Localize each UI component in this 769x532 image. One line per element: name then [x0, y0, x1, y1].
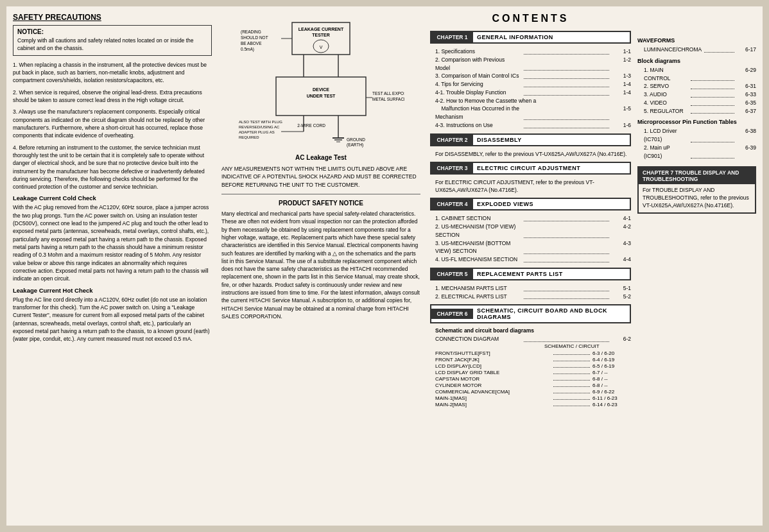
list-item: 1. CABINET SECTION 4-1 [435, 214, 631, 223]
contents-title: CONTENTS [430, 13, 631, 24]
list-item: CONNECTION DIAGRAM 6-2 [435, 335, 631, 343]
list-item: 1. Specifications 1-1 [435, 47, 631, 56]
list-item: MAIN-2[MAS] 6-14 / 6-23 [435, 402, 631, 408]
dots [691, 82, 735, 89]
chapter-6-label: CHAPTER 6 [431, 309, 473, 319]
waveforms-items: LUMINANCE/CHROMA 6-17 [644, 46, 756, 54]
notice-heading: NOTICE: [17, 28, 207, 35]
list-item: 4. VIDEO 6-35 [644, 99, 756, 107]
svg-text:LEAKAGE CURRENT: LEAKAGE CURRENT [298, 27, 344, 31]
dots [553, 367, 590, 368]
chapter-7-header: CHAPTER 7 TROUBLE DISPLAY AND TROUBLESHO… [639, 167, 755, 184]
left-column: SAFETY PRECAUTIONS NOTICE: Comply with a… [13, 13, 212, 519]
contents-main: CONTENTS CHAPTER 1 GENERAL INFORMATION 1… [430, 13, 631, 411]
list-item: 4-1. Trouble Display Function 1-4 [435, 89, 631, 97]
product-safety-text: Many electrical and mechanical parts hav… [221, 210, 420, 320]
safety-title: SAFETY PRECAUTIONS [13, 13, 212, 22]
dots [553, 373, 590, 374]
svg-text:(EARTH): (EARTH) [347, 142, 363, 148]
schematic-header: SCHEMATIC / CIRCUIT [435, 343, 631, 349]
list-item: Malfunction Has Occurred in the Mechanis… [435, 105, 631, 121]
svg-text:(READING: (READING [241, 30, 261, 35]
svg-text:SHOULD NOT: SHOULD NOT [241, 35, 268, 40]
dots [524, 335, 610, 342]
dots [524, 72, 610, 79]
micro-items: 1. LCD Driver (IC701) 6-38 2. Main uP (I… [644, 127, 756, 160]
leakage-cold-title: Leakage Current Cold Check [13, 194, 212, 202]
list-item: 1. LCD Driver (IC701) 6-38 [644, 127, 756, 144]
ac-test-title: AC Leakage Test [221, 154, 420, 161]
list-item: 1. MECHANISM PARTS LIST 5-1 [435, 284, 631, 293]
svg-text:REVERSED/USING AC: REVERSED/USING AC [239, 125, 280, 129]
list-item: 4. Tips for Servicing 1-4 [435, 80, 631, 89]
ac-test-notice: ANY MEASUREMENTS NOT WITHIN THE LIMITS O… [221, 165, 420, 189]
chapter-4-label: CHAPTER 4 [431, 199, 473, 209]
dots [553, 406, 590, 406]
list-item: 4-2. How to Remove the Cassette when a [435, 97, 631, 105]
svg-text:TESTER: TESTER [312, 33, 330, 37]
block-diagrams-title: Block diagrams [637, 58, 756, 64]
page: SAFETY PRECAUTIONS NOTICE: Comply with a… [6, 6, 763, 526]
dots [691, 90, 735, 98]
dots [553, 354, 590, 355]
spacer [637, 13, 756, 33]
dots [553, 399, 590, 400]
chapter-5-label: CHAPTER 5 [431, 269, 473, 279]
chapter-4-title: EXPLODED VIEWS [473, 199, 537, 209]
svg-text:ADAPTER PLUG AS: ADAPTER PLUG AS [239, 130, 275, 134]
dots [524, 239, 610, 255]
diagram-area: LEAKAGE CURRENT TESTER V (READING SHOULD… [221, 19, 420, 148]
notice-text: Comply with all cautions and safety rela… [17, 37, 207, 53]
list-item: 4-3. Instructions on Use 1-6 [435, 121, 631, 130]
svg-text:UNDER TEST: UNDER TEST [307, 94, 336, 98]
dots [704, 46, 734, 53]
list-item: FRONT JACK[FJK] 6-4 / 6-19 [435, 357, 631, 363]
list-item: LCD DISPLAY GRID TABLE 6-7 / -- [435, 370, 631, 375]
dots [553, 361, 590, 361]
list-item: LCD DISPLAY[LCD] 6-5 / 6-19 [435, 363, 631, 369]
chapter-7-box: CHAPTER 7 TROUBLE DISPLAY AND TROUBLESHO… [637, 166, 756, 214]
chapter-6-box: CHAPTER 6 SCHEMATIC, CIRCUIT BOARD AND B… [430, 304, 631, 323]
schematic-title: Schematic and circuit board diagrams [435, 327, 631, 334]
notice-box: NOTICE: Comply with all cautions and saf… [13, 25, 212, 56]
block-diagrams-items: 1. MAIN CONTROL 6-29 2. SERVO 6-31 3. AU… [644, 66, 756, 116]
leakage-hot-text: Plug the AC line cord directly into a AC… [13, 296, 212, 343]
dots [524, 284, 610, 291]
right-column: CONTENTS CHAPTER 1 GENERAL INFORMATION 1… [430, 13, 756, 519]
list-item: LUMINANCE/CHROMA 6-17 [644, 46, 756, 54]
list-item: 3. Comparison of Main Control ICs 1-3 [435, 72, 631, 80]
list-item: FRONT/SHUTTLE[FST] 6-3 / 6-20 [435, 350, 631, 356]
dots [524, 121, 610, 128]
chapter-2-box: CHAPTER 2 DISASSEMBLY [430, 133, 631, 146]
svg-text:2-WIRE CORD: 2-WIRE CORD [297, 123, 325, 128]
contents-right: WAVEFORMS LUMINANCE/CHROMA 6-17 Block di… [637, 13, 756, 411]
svg-text:BE ABOVE: BE ABOVE [241, 41, 262, 46]
leakage-cold-text: With the AC plug removed from the AC120V… [13, 203, 212, 282]
chapter-1-label: CHAPTER 1 [431, 32, 473, 42]
chapter-2-items: For DISASSEMBLY, refer to the previous V… [435, 150, 631, 158]
dots [524, 89, 610, 96]
svg-text:DEVICE: DEVICE [313, 87, 329, 92]
list-item: 2. Main uP (IC901) 6-39 [644, 144, 756, 160]
svg-text:V: V [320, 45, 323, 49]
list-item: 2. US-MECHANISM (TOP VIEW) SECTION 4-2 [435, 223, 631, 239]
chapter-4-items: 1. CABINET SECTION 4-1 2. US-MECHANISM (… [435, 214, 631, 264]
chapter-5-title: REPLACEMENT PARTS LIST [473, 269, 567, 279]
list-item: 5. REGULATOR 6-37 [644, 107, 756, 116]
dots [524, 105, 610, 120]
dots [524, 56, 610, 71]
dots [691, 66, 735, 82]
dots [691, 144, 735, 159]
list-item: CYLINDER MOTOR 6-8 / -- [435, 382, 631, 388]
list-item: 3. US-MECHANISM (BOTTOM VIEW) SECTION 4-… [435, 239, 631, 256]
dots [524, 223, 610, 238]
chapter-1-items: 1. Specifications 1-1 2. Comparison with… [435, 47, 631, 130]
leakage-hot-title: Leakage Current Hot Check [13, 287, 212, 294]
dots [691, 127, 735, 142]
chapter-3-items: For ELECTRIC CIRCUIT ADJUSTMENT, refer t… [435, 178, 631, 194]
svg-text:ALSO TEST WITH PLUG: ALSO TEST WITH PLUG [239, 120, 282, 124]
waveforms-title: WAVEFORMS [637, 37, 756, 44]
chapter-5-box: CHAPTER 5 REPLACEMENT PARTS LIST [430, 268, 631, 280]
leakage-diagram: LEAKAGE CURRENT TESTER V (READING SHOULD… [238, 19, 404, 148]
safety-item-4: 4. Before returning an instrument to the… [13, 144, 212, 191]
